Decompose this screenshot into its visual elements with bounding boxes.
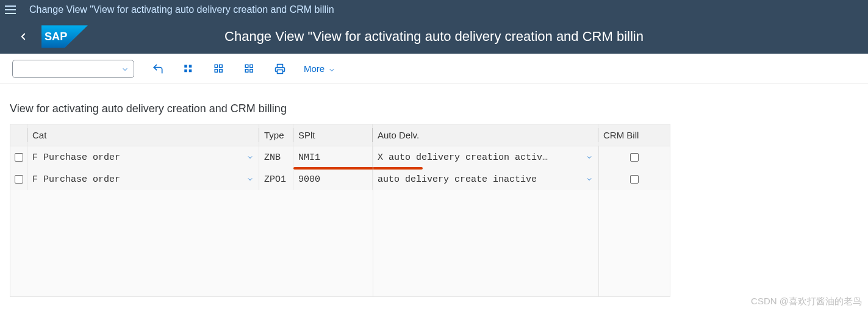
grid-action-2-icon[interactable] — [212, 62, 226, 76]
svg-rect-5 — [189, 69, 192, 72]
svg-rect-6 — [215, 65, 218, 68]
checkbox-icon[interactable] — [630, 175, 639, 184]
section-title: View for activating auto delivery creati… — [10, 102, 858, 115]
svg-text:SAP: SAP — [45, 30, 67, 43]
more-label: More — [304, 63, 325, 74]
svg-rect-2 — [184, 65, 187, 68]
row-select[interactable] — [10, 168, 27, 190]
chevron-down-icon — [246, 154, 254, 161]
cell-auto-text: auto delivery create inactive — [378, 174, 537, 185]
table-row: F Purchase order ZPO1 9000 auto delivery… — [10, 168, 670, 190]
cell-type[interactable]: ZPO1 — [259, 168, 293, 190]
grid-action-3-icon[interactable] — [243, 62, 256, 76]
toolbar: More — [0, 54, 868, 84]
cell-type[interactable]: ZNB — [259, 146, 293, 168]
grid-header: Cat Type SPlt Auto Delv. CRM Bill — [10, 124, 670, 146]
cell-cat-text: F Purchase order — [32, 174, 120, 185]
column-type[interactable]: Type — [259, 124, 293, 146]
page-title: Change View "View for activating auto de… — [0, 29, 868, 45]
svg-rect-12 — [245, 69, 248, 72]
row-select[interactable] — [10, 146, 27, 168]
cell-cat-text: F Purchase order — [32, 152, 120, 163]
cell-splt[interactable]: NMI1 — [293, 146, 373, 168]
checkbox-icon[interactable] — [15, 153, 23, 162]
divider — [373, 146, 373, 296]
cell-splt[interactable]: 9000 — [293, 168, 373, 190]
svg-rect-7 — [220, 65, 223, 68]
grid-body: F Purchase order ZNB NMI1 X auto deliver… — [10, 146, 670, 296]
svg-rect-9 — [220, 69, 223, 72]
window-topbar: Change View "View for activating auto de… — [0, 0, 868, 20]
svg-rect-3 — [189, 65, 192, 68]
cell-auto[interactable]: X auto delivery creation activ… — [373, 146, 598, 168]
chevron-down-icon — [121, 65, 129, 73]
column-auto[interactable]: Auto Delv. — [373, 124, 598, 146]
content-area: View for activating auto delivery creati… — [0, 84, 868, 297]
sap-logo: SAP — [41, 25, 88, 48]
cell-auto-text: X auto delivery creation activ… — [378, 152, 548, 163]
cell-auto[interactable]: auto delivery create inactive — [373, 168, 598, 190]
svg-rect-4 — [184, 69, 187, 72]
svg-rect-10 — [245, 65, 248, 68]
table-row: F Purchase order ZNB NMI1 X auto deliver… — [10, 146, 670, 168]
chevron-down-icon — [328, 65, 335, 73]
svg-rect-14 — [278, 70, 283, 73]
undo-icon[interactable] — [151, 62, 165, 76]
menu-icon[interactable] — [5, 2, 20, 17]
app-header: SAP Change View "View for activating aut… — [0, 20, 868, 54]
chevron-down-icon — [586, 176, 593, 183]
back-button[interactable] — [17, 30, 29, 43]
cell-crm[interactable] — [598, 168, 670, 190]
grid-action-1-icon[interactable] — [182, 62, 195, 76]
divider — [598, 146, 599, 296]
chevron-down-icon — [246, 176, 254, 183]
print-icon[interactable] — [273, 62, 287, 76]
window-title: Change View "View for activating auto de… — [29, 4, 334, 15]
chevron-down-icon — [586, 154, 593, 161]
cell-cat[interactable]: F Purchase order — [27, 168, 259, 190]
column-crm[interactable]: CRM Bill — [598, 124, 670, 146]
svg-rect-8 — [215, 69, 218, 72]
column-cat[interactable]: Cat — [27, 124, 259, 146]
checkbox-icon[interactable] — [15, 175, 23, 184]
cell-crm[interactable] — [598, 146, 670, 168]
data-grid: Cat Type SPlt Auto Delv. CRM Bill F Purc… — [10, 124, 670, 297]
more-button[interactable]: More — [304, 63, 335, 74]
svg-rect-11 — [250, 65, 253, 68]
column-select — [10, 124, 27, 146]
column-splt[interactable]: SPlt — [293, 124, 373, 146]
svg-rect-13 — [250, 69, 253, 72]
cell-cat[interactable]: F Purchase order — [27, 146, 259, 168]
checkbox-icon[interactable] — [630, 153, 639, 162]
navigation-combo[interactable] — [12, 60, 134, 78]
